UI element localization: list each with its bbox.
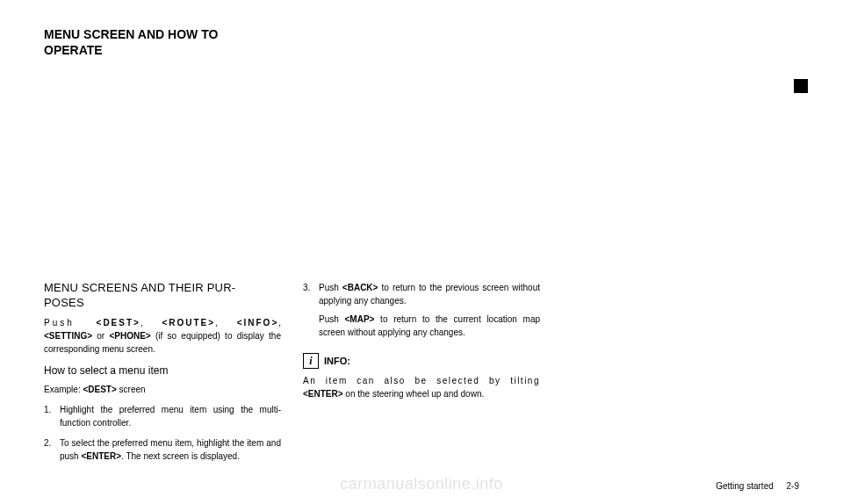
info-icon: i: [303, 353, 319, 369]
text-comma2: ,: [215, 318, 237, 328]
column-right: [562, 281, 799, 470]
item3-para-a: Push <BACK> to return to the previous sc…: [319, 281, 540, 307]
list-num-2: 2.: [44, 436, 60, 463]
button-dest: <DEST>: [97, 318, 140, 328]
page-header: MENU SCREEN AND HOW TO OPERATE: [44, 26, 799, 58]
info-label: INFO:: [324, 354, 350, 369]
button-phone: <PHONE>: [109, 331, 150, 341]
text-or: or: [92, 331, 109, 341]
list-item-1: 1. Highlight the preferred menu item usi…: [44, 403, 281, 429]
text-comma1: ,: [140, 318, 162, 328]
info-text: An item can also be selected by tilting …: [303, 374, 540, 400]
footer-page: 2-9: [787, 481, 799, 491]
text-comma3: ,: [278, 318, 281, 328]
column-left: MENU SCREENS AND THEIR PUR- POSES Push <…: [44, 281, 281, 470]
column-middle: 3. Push <BACK> to return to the previous…: [303, 281, 540, 470]
list-item-2: 2. To select the preferred menu item, hi…: [44, 436, 281, 463]
footer-section: Getting started: [716, 481, 774, 491]
example-line: Example: <DEST> screen: [44, 383, 281, 396]
footer-separator: [776, 481, 787, 491]
list-content-1: Highlight the preferred menu item using …: [60, 403, 281, 429]
list-num-1: 1.: [44, 403, 60, 429]
button-route: <ROUTE>: [162, 318, 215, 328]
sub-heading: How to select a menu item: [44, 363, 281, 378]
watermark: carmanualsonline.info: [340, 475, 503, 493]
example-post: screen: [117, 385, 146, 394]
info-text-bold: <ENTER>: [303, 389, 343, 399]
info-text-pre: An item can also be selected by tilting: [303, 376, 540, 385]
content-columns: MENU SCREENS AND THEIR PUR- POSES Push <…: [44, 281, 799, 470]
button-setting: <SETTING>: [44, 331, 92, 341]
example-bold: <DEST>: [83, 385, 116, 394]
item3a-pre: Push: [319, 283, 342, 292]
list-content-3: Push <BACK> to return to the previous sc…: [319, 281, 540, 346]
list-content-2: To select the preferred menu item, highl…: [60, 436, 281, 463]
button-info: <INFO>: [237, 318, 279, 328]
item3b-bold: <MAP>: [345, 314, 375, 324]
example-pre: Example:: [44, 385, 83, 394]
list-num-3: 3.: [303, 281, 319, 346]
info-text-post: on the steering wheel up and down.: [343, 389, 485, 399]
item2-bold: <ENTER>: [81, 451, 121, 461]
header-line2: OPERATE: [44, 42, 799, 58]
info-row: i INFO:: [303, 353, 540, 369]
item3b-pre: Push: [319, 314, 345, 324]
header-line1: MENU SCREEN AND HOW TO: [44, 26, 799, 42]
item3a-bold: <BACK>: [342, 283, 378, 292]
section-title: MENU SCREENS AND THEIR PUR- POSES: [44, 281, 281, 311]
item3-para-b: Push <MAP> to return to the current loca…: [319, 313, 540, 339]
section-marker: [794, 79, 808, 93]
text-push: Push: [44, 318, 97, 328]
push-paragraph: Push <DEST>, <ROUTE>, <INFO>, <SETTING> …: [44, 316, 281, 356]
page-footer: Getting started 2-9: [716, 481, 799, 491]
list-item-3: 3. Push <BACK> to return to the previous…: [303, 281, 540, 346]
item2-post: . The next screen is displayed.: [121, 451, 240, 461]
